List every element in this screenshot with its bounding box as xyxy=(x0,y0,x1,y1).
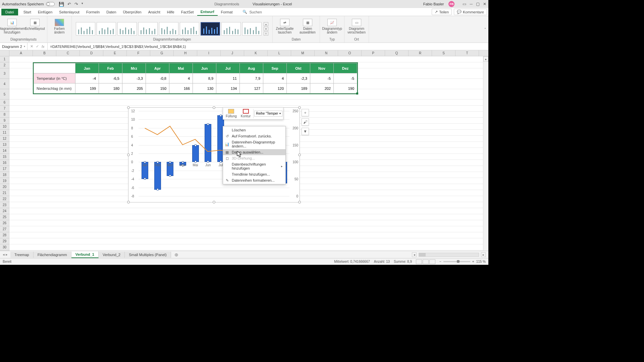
tab-insert[interactable]: Einfügen xyxy=(35,9,56,15)
row-header[interactable]: 7 xyxy=(0,106,9,112)
row-header[interactable]: 21 xyxy=(0,190,9,196)
data-table[interactable]: JanFebMrzAprMaiJunJulAugSepOktNovDez Tem… xyxy=(33,62,358,94)
save-icon[interactable]: 💾 xyxy=(59,2,64,7)
row-header[interactable]: 12 xyxy=(0,136,9,142)
row-header[interactable]: 26 xyxy=(0,220,9,226)
move-chart-button[interactable]: ▭Diagramm verschieben xyxy=(347,19,366,34)
row-header[interactable]: 6 xyxy=(0,100,9,106)
collapse-ribbon-icon[interactable]: ˄ xyxy=(482,16,488,43)
sheet-tab-active[interactable]: Verbund_1 xyxy=(71,251,99,258)
row-header[interactable]: 14 xyxy=(0,148,9,154)
row-header[interactable]: 17 xyxy=(0,166,9,172)
zoom-in-button[interactable]: + xyxy=(472,260,474,263)
row-header[interactable]: 25 xyxy=(0,214,9,220)
fx-icon[interactable]: fx xyxy=(42,45,45,49)
row-header[interactable]: 18 xyxy=(0,172,9,178)
zoom-level[interactable]: 115 % xyxy=(476,260,486,263)
sheet-tab[interactable]: Small Multiples (Panel) xyxy=(125,252,171,258)
avatar[interactable]: FB xyxy=(448,1,454,7)
add-sheet-button[interactable]: ⊕ xyxy=(171,252,182,257)
zoom-slider[interactable] xyxy=(443,261,470,262)
row-header[interactable]: 28 xyxy=(0,232,9,238)
tab-layout[interactable]: Seitenlayout xyxy=(56,9,83,15)
resize-handle[interactable] xyxy=(213,106,215,109)
row-header[interactable]: 31 xyxy=(0,250,9,251)
view-page-layout-button[interactable] xyxy=(423,259,429,264)
tab-factset[interactable]: FactSet xyxy=(178,9,197,15)
tab-view[interactable]: Ansicht xyxy=(145,9,164,15)
ctx-select-data[interactable]: ▦Daten auswählen... xyxy=(223,149,285,155)
tab-review[interactable]: Überprüfen xyxy=(120,9,145,15)
fill-button[interactable]: Füllung xyxy=(224,108,239,119)
worksheet-grid[interactable]: 1 2 3 4 5 6 7 8 9 10 11 12 13 14 15 16 1… xyxy=(0,50,488,251)
chart-elements-button[interactable]: ＋ xyxy=(302,109,309,116)
sheet-tab[interactable]: Flächendiagramm xyxy=(34,252,71,258)
chart-styles-gallery[interactable]: ▴▾≡ xyxy=(74,21,270,37)
ctx-add-trendline[interactable]: Trendlinie hinzufügen... xyxy=(223,171,285,177)
gallery-more-icon[interactable]: ≡ xyxy=(264,32,268,36)
row-header[interactable]: 19 xyxy=(0,178,9,184)
search-box[interactable]: 🔍 Suchen xyxy=(243,10,262,14)
share-button[interactable]: ↗Teilen xyxy=(432,9,452,15)
row-label-temp[interactable]: Temperatur (in °C) xyxy=(34,73,75,83)
resize-handle[interactable] xyxy=(127,201,130,203)
sheet-nav-prev[interactable]: ◂ ▸ xyxy=(0,252,10,257)
ribbon-options-icon[interactable]: ▭ xyxy=(463,2,466,6)
select-data-button[interactable]: ▦Daten auswählen xyxy=(298,19,317,34)
row-header[interactable]: 29 xyxy=(0,238,9,244)
row-header[interactable]: 22 xyxy=(0,196,9,202)
user-name[interactable]: Fabio Basler xyxy=(423,2,444,6)
gallery-down-icon[interactable]: ▾ xyxy=(264,27,268,31)
resize-handle[interactable] xyxy=(298,201,301,203)
row-header[interactable]: 11 xyxy=(0,130,9,136)
maximize-icon[interactable]: ▢ xyxy=(476,2,480,6)
cancel-formula-icon[interactable]: ✕ xyxy=(30,44,33,49)
comments-button[interactable]: 💬Kommentare xyxy=(454,9,487,15)
add-chart-element-button[interactable]: 📊Diagrammelement hinzufügen xyxy=(3,19,21,34)
hscroll-track[interactable] xyxy=(419,253,479,257)
outline-button[interactable]: Kontur xyxy=(239,108,253,119)
ctx-format-series[interactable]: ✎Datenreihen formatieren... xyxy=(223,177,285,183)
row-header[interactable]: 3 xyxy=(0,68,9,79)
hscroll-right[interactable]: ▸ xyxy=(481,252,486,257)
view-normal-button[interactable] xyxy=(416,259,422,264)
row-header[interactable]: 5 xyxy=(0,89,9,100)
resize-handle[interactable] xyxy=(298,154,301,156)
ctx-delete[interactable]: Löschen xyxy=(223,127,285,133)
vertical-scrollbar[interactable]: ▴ xyxy=(483,56,488,251)
row-header[interactable]: 2 xyxy=(0,62,9,68)
resize-handle[interactable] xyxy=(298,106,301,109)
chart-styles-button[interactable]: 🖌 xyxy=(302,118,309,126)
sheet-tab[interactable]: Treemap xyxy=(10,252,34,258)
sheet-tab[interactable]: Verbund_2 xyxy=(99,252,125,258)
enter-formula-icon[interactable]: ✓ xyxy=(36,44,39,49)
undo-icon[interactable]: ↶ xyxy=(67,2,71,7)
tab-design[interactable]: Entwurf xyxy=(197,8,218,16)
switch-row-col-button[interactable]: ⇄Zeile/Spalte tauschen xyxy=(275,19,294,34)
tab-data[interactable]: Daten xyxy=(103,9,119,15)
row-header[interactable]: 24 xyxy=(0,208,9,214)
resize-handle[interactable] xyxy=(213,201,215,203)
row-label-precip[interactable]: Niederschlag (in mm) xyxy=(34,83,75,94)
resize-handle[interactable] xyxy=(127,106,130,109)
row-header[interactable]: 10 xyxy=(0,124,9,130)
redo-icon[interactable]: ↷ xyxy=(74,2,78,7)
tab-start[interactable]: Start xyxy=(20,9,35,15)
change-chart-type-button[interactable]: 📈Diagrammtyp ändern xyxy=(323,19,341,34)
quick-layout-button[interactable]: ▦Schnelllayout xyxy=(25,19,44,31)
gallery-up-icon[interactable]: ▴ xyxy=(264,22,268,26)
zoom-out-button[interactable]: − xyxy=(439,260,441,263)
hscroll-left[interactable]: ◂ xyxy=(412,252,417,257)
ctx-add-data-labels[interactable]: Datenbeschriftungen hinzufügen▸ xyxy=(223,161,285,171)
tab-formulas[interactable]: Formeln xyxy=(83,9,103,15)
column-headers[interactable]: ABCDEFGHIJKLMNOPQRST xyxy=(9,50,488,56)
name-box[interactable]: Diagramm 2▾ xyxy=(0,43,28,50)
row-header[interactable]: 1 xyxy=(0,56,9,62)
tab-help[interactable]: Hilfe xyxy=(164,9,178,15)
row-header[interactable]: 8 xyxy=(0,112,9,118)
row-header[interactable]: 15 xyxy=(0,154,9,160)
formula-input[interactable]: =DATENREIHE(Verbund_1!$B$4;Verbund_1!$C$… xyxy=(48,45,488,49)
row-header[interactable]: 20 xyxy=(0,184,9,190)
ctx-reset-format[interactable]: ↺Auf Formatvorl. zurücks. xyxy=(223,133,285,139)
row-header[interactable]: 13 xyxy=(0,142,9,148)
